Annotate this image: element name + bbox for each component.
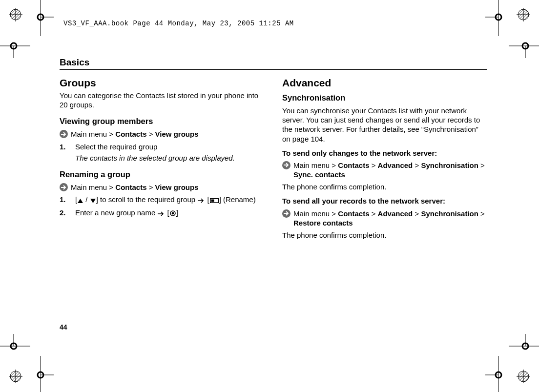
heading-advanced: Advanced: [282, 77, 487, 90]
softkey-rect-icon: [210, 196, 219, 205]
paragraph-groups: You can categorise the Contacts list sto…: [60, 91, 265, 109]
step-number: 2.: [60, 208, 75, 218]
crop-mark-left-bottom: [0, 334, 30, 351]
step-text: [ / ] to scroll to the required group []…: [75, 195, 265, 205]
arrow-circle-icon: [60, 183, 68, 191]
center-key-icon: [170, 209, 176, 218]
step-text: Enter a new group name []: [75, 208, 265, 218]
crop-mark-bottom-right: [485, 356, 505, 392]
svg-point-46: [171, 212, 174, 215]
step-text: Select the required group: [75, 143, 157, 151]
svg-marker-42: [90, 199, 96, 203]
heading-view-members: Viewing group members: [60, 116, 265, 126]
paragraph-sync: You can synchronise your Contacts list w…: [282, 106, 487, 144]
heading-groups: Groups: [60, 77, 265, 90]
crop-mark-bottom-left: [34, 356, 54, 392]
paragraph-confirm: The phone confirms completion.: [282, 230, 487, 240]
chapter-title: Basics: [60, 57, 487, 70]
down-triangle-icon: [90, 196, 96, 205]
reg-mark-bottom-left: [9, 370, 22, 383]
reg-mark-bottom-right: [517, 370, 530, 383]
step-result: The contacts in the selected group are d…: [75, 153, 265, 163]
crop-mark-top-left: [34, 0, 54, 36]
breadcrumb-sync-contacts: Main menu > Contacts > Advanced > Synchr…: [282, 161, 487, 179]
heading-synchronisation: Synchronisation: [282, 93, 487, 103]
heading-send-changes: To send only changes to the network serv…: [282, 148, 487, 158]
breadcrumb-view: Main menu > Contacts > View groups: [60, 129, 265, 139]
page-number: 44: [60, 323, 67, 331]
svg-rect-44: [211, 200, 214, 202]
reg-mark-top-right: [517, 8, 530, 21]
breadcrumb-restore-contacts: Main menu > Contacts > Advanced > Synchr…: [282, 209, 487, 227]
heading-send-all: To send all your records to the network …: [282, 196, 487, 206]
arrow-circle-icon: [282, 209, 290, 218]
book-header: VS3_VF_AAA.book Page 44 Monday, May 23, …: [63, 20, 294, 27]
step-number: 1.: [60, 142, 75, 163]
reg-mark-top-left: [9, 8, 22, 21]
right-column: Advanced Synchronisation You can synchro…: [282, 77, 487, 243]
arrow-right-icon: [198, 196, 205, 205]
arrow-right-icon: [158, 209, 165, 218]
heading-rename: Renaming a group: [60, 169, 265, 180]
crop-mark-right-bottom: [509, 334, 539, 351]
crop-mark-right-top: [509, 41, 539, 58]
left-column: Groups You can categorise the Contacts l…: [60, 77, 265, 243]
up-triangle-icon: [78, 196, 83, 205]
paragraph-confirm: The phone confirms completion.: [282, 182, 487, 191]
arrow-circle-icon: [60, 130, 68, 138]
svg-marker-41: [78, 199, 83, 203]
arrow-circle-icon: [282, 161, 290, 169]
crop-mark-left-top: [0, 41, 30, 58]
step-number: 1.: [60, 195, 75, 205]
crop-mark-top-right: [485, 0, 505, 36]
breadcrumb-rename: Main menu > Contacts > View groups: [60, 183, 265, 192]
